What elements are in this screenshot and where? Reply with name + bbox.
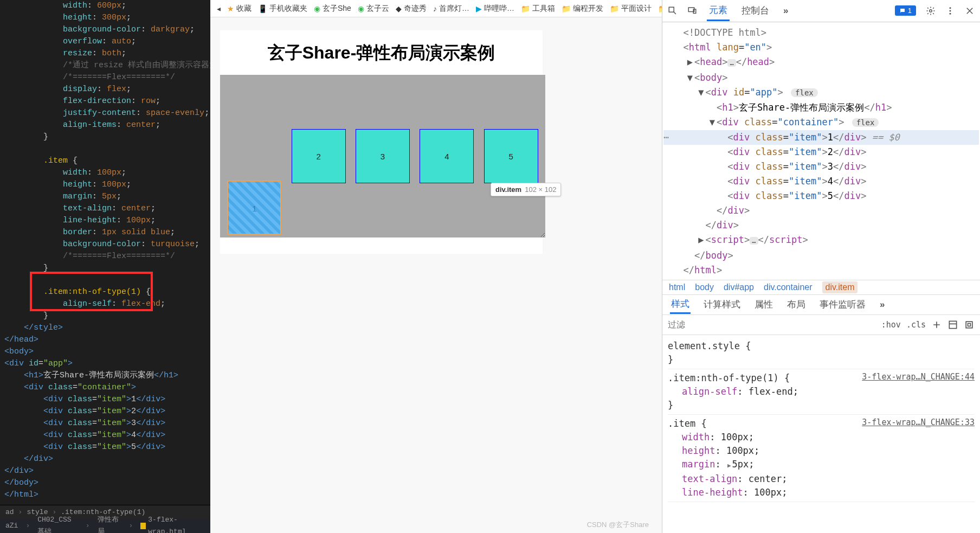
styles-tab-listeners[interactable]: 事件监听器 bbox=[818, 296, 867, 313]
css-declaration[interactable]: text-align: center; bbox=[668, 472, 975, 486]
file-crumb[interactable]: aZi bbox=[5, 520, 18, 532]
code-line[interactable]: resize: both; bbox=[4, 48, 206, 60]
demo-item[interactable]: 4 bbox=[420, 129, 474, 183]
code-line[interactable]: width: 600px; bbox=[4, 0, 206, 12]
dom-node[interactable]: </div> bbox=[663, 203, 979, 218]
inspect-icon[interactable] bbox=[668, 6, 678, 16]
expand-arrow-icon[interactable] bbox=[719, 174, 727, 189]
code-line[interactable] bbox=[4, 274, 206, 286]
code-line[interactable]: height: 100px; bbox=[4, 179, 206, 191]
favorites-button[interactable]: ★收藏 bbox=[227, 4, 252, 14]
dom-node[interactable]: <h1>玄子Share-弹性布局演示案例</h1> bbox=[663, 100, 979, 115]
breadcrumb-item[interactable]: div.container bbox=[764, 282, 813, 292]
bookmark-item[interactable]: 📁平面设计 bbox=[610, 4, 652, 14]
code-line[interactable]: } bbox=[4, 131, 206, 143]
message-count-badge[interactable]: 1 bbox=[895, 5, 916, 16]
code-line[interactable]: margin: 5px; bbox=[4, 191, 206, 203]
bookmark-item[interactable]: 📁编程开发 bbox=[562, 4, 603, 14]
dom-node[interactable]: ▼<div id="app"> flex bbox=[663, 85, 979, 100]
code-line[interactable]: /*通过 resize 样式自由调整演示容器大小*/ bbox=[4, 60, 206, 72]
file-crumb[interactable]: CH02_CSS基础 bbox=[37, 514, 78, 533]
expand-arrow-icon[interactable] bbox=[708, 203, 717, 218]
code-line[interactable]: align-items: center; bbox=[4, 119, 206, 131]
expand-arrow-icon[interactable]: ▶ bbox=[697, 233, 705, 247]
styles-tab-computed[interactable]: 计算样式 bbox=[702, 296, 742, 313]
code-line[interactable]: </body> bbox=[4, 477, 206, 489]
styles-tabs-more[interactable]: » bbox=[879, 297, 887, 312]
dom-node[interactable]: <!DOCTYPE html> bbox=[663, 25, 979, 40]
preview-viewport[interactable]: 玄子Share-弹性布局演示案例 12345 div.item 102 × 10… bbox=[210, 17, 662, 533]
css-rule[interactable]: .item {3-flex-wrap…N_CHANGE:33width: 100… bbox=[668, 415, 975, 502]
expand-arrow-icon[interactable] bbox=[708, 100, 717, 115]
editor-code-area[interactable]: width: 600px; height: 300px; background-… bbox=[0, 0, 210, 505]
bookmark-item[interactable]: ▶哔哩哔… bbox=[476, 4, 514, 14]
dom-node[interactable]: ⋯ <div class="item">1</div> == $0 bbox=[663, 130, 979, 145]
settings-gear-icon[interactable] bbox=[926, 6, 936, 16]
dom-tree[interactable]: <!DOCTYPE html> <html lang="en"> ▶<head>… bbox=[662, 22, 980, 280]
expand-arrow-icon[interactable] bbox=[719, 189, 727, 203]
css-declaration[interactable]: width: 100px; bbox=[668, 431, 975, 444]
device-toggle-icon[interactable] bbox=[687, 6, 697, 16]
code-line[interactable]: border: 1px solid blue; bbox=[4, 227, 206, 239]
code-line[interactable]: </div> bbox=[4, 453, 206, 465]
expand-arrow-icon[interactable]: ▼ bbox=[708, 115, 717, 130]
css-declaration[interactable]: align-self: flex-end; bbox=[668, 385, 975, 399]
dom-node[interactable]: <div class="item">3</div> bbox=[663, 159, 979, 174]
code-line[interactable]: .item { bbox=[4, 155, 206, 167]
computed-toggle-icon[interactable] bbox=[947, 319, 958, 330]
breadcrumb-item[interactable]: div.item bbox=[822, 281, 858, 293]
css-declaration[interactable]: margin: ▶5px; bbox=[668, 458, 975, 472]
code-line[interactable]: background-color: turquoise; bbox=[4, 239, 206, 251]
css-declaration[interactable]: height: 100px; bbox=[668, 444, 975, 458]
code-line[interactable]: <div class="item">3</div> bbox=[4, 418, 206, 429]
nav-back-icon[interactable]: ◂ bbox=[217, 4, 221, 13]
css-rule[interactable]: .item:nth-of-type(1) {3-flex-wrap…N_CHAN… bbox=[668, 369, 975, 415]
code-line[interactable]: line-height: 100px; bbox=[4, 215, 206, 227]
demo-item[interactable]: 1 bbox=[227, 181, 281, 235]
demo-item[interactable]: 3 bbox=[356, 129, 410, 183]
code-line[interactable]: <div id="app"> bbox=[4, 358, 206, 370]
dom-node[interactable]: ▼<body> bbox=[663, 70, 979, 85]
breadcrumb-item[interactable]: body bbox=[695, 282, 714, 292]
code-line[interactable]: </head> bbox=[4, 334, 206, 346]
code-line[interactable]: display: flex; bbox=[4, 84, 206, 95]
code-line[interactable]: <div class="container"> bbox=[4, 382, 206, 394]
bookmark-item[interactable]: 📱手机收藏夹 bbox=[258, 4, 307, 14]
dom-node[interactable]: </html> bbox=[663, 263, 979, 278]
code-line[interactable]: justify-content: space-evenly; bbox=[4, 107, 206, 119]
code-line[interactable]: flex-direction: row; bbox=[4, 95, 206, 107]
code-line[interactable]: </div> bbox=[4, 465, 206, 477]
dom-node[interactable]: <div class="item">4</div> bbox=[663, 174, 979, 189]
tab-console[interactable]: 控制台 bbox=[739, 1, 771, 20]
demo-item[interactable]: 5 bbox=[484, 129, 538, 183]
close-icon[interactable] bbox=[965, 6, 975, 16]
expand-arrow-icon[interactable]: ▼ bbox=[686, 70, 694, 85]
breadcrumb-item[interactable]: div#app bbox=[724, 282, 754, 292]
bookmark-item[interactable]: ◆奇迹秀 bbox=[396, 4, 427, 14]
styles-tab-props[interactable]: 属性 bbox=[753, 296, 774, 313]
code-line[interactable]: /*=======Flex========*/ bbox=[4, 251, 206, 262]
demo-item[interactable]: 2 bbox=[292, 129, 346, 183]
code-line[interactable]: </style> bbox=[4, 322, 206, 334]
code-line[interactable]: <h1>玄子Share-弹性布局演示案例</h1> bbox=[4, 370, 206, 382]
expand-arrow-icon[interactable]: ▶ bbox=[686, 55, 694, 69]
bookmark-item[interactable]: ♪首席灯… bbox=[433, 4, 469, 14]
code-line[interactable]: } bbox=[4, 310, 206, 322]
expand-arrow-icon[interactable] bbox=[719, 130, 727, 145]
css-rule[interactable]: element.style {} bbox=[668, 337, 975, 369]
styles-tab-layout[interactable]: 布局 bbox=[786, 296, 807, 313]
dom-node[interactable]: <html lang="en"> bbox=[663, 40, 979, 55]
code-line[interactable]: /*=======Flex========*/ bbox=[4, 72, 206, 84]
code-line[interactable] bbox=[4, 143, 206, 155]
dom-node[interactable]: ▶<script>…</script> bbox=[663, 233, 979, 248]
tab-elements[interactable]: 元素 bbox=[707, 1, 730, 21]
new-style-rule-icon[interactable] bbox=[931, 319, 942, 330]
code-line[interactable]: <div class="item">2</div> bbox=[4, 406, 206, 418]
dom-node[interactable]: <div class="item">2</div> bbox=[663, 145, 979, 159]
kebab-menu-icon[interactable] bbox=[945, 6, 955, 16]
css-declaration[interactable]: line-height: 100px; bbox=[668, 486, 975, 499]
expand-arrow-icon[interactable] bbox=[719, 145, 727, 159]
hov-toggle[interactable]: :hov bbox=[881, 320, 901, 330]
styles-tab-styles[interactable]: 样式 bbox=[670, 296, 691, 314]
code-line[interactable]: align-self: flex-end; bbox=[4, 298, 206, 310]
